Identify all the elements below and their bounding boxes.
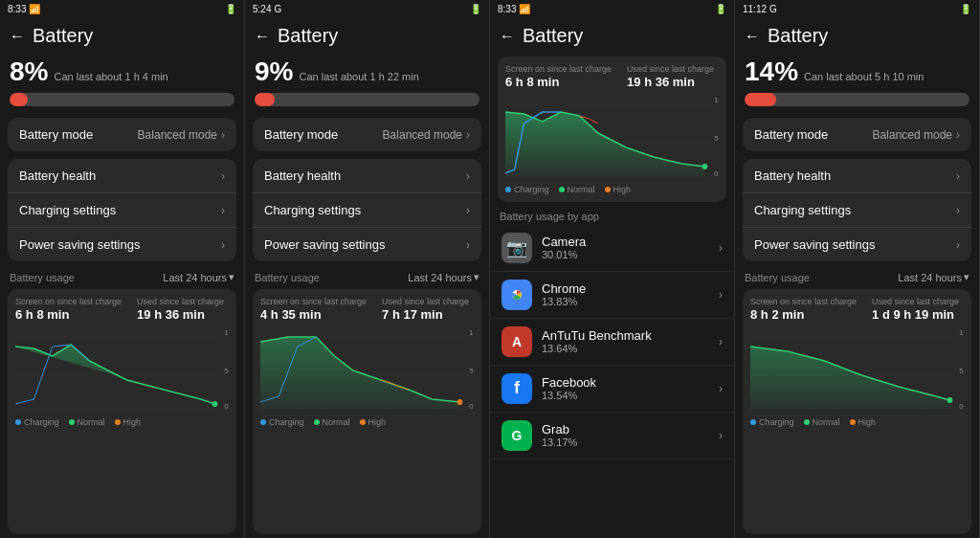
camera-pct: 30.01% [542, 249, 709, 260]
page-title-2: Battery [278, 25, 338, 47]
battery-percent-section-1: 8% Can last about 1 h 4 min [0, 53, 244, 114]
chart-stat-screen-4: Screen on since last charge 8 h 2 min [750, 297, 857, 322]
battery-bar-fill-1 [10, 93, 28, 106]
legend-dot-high-1 [115, 419, 121, 425]
usage-filter-2[interactable]: Last 24 hours ▾ [408, 271, 479, 283]
chart-card-3: Screen on since last charge 6 h 8 min Us… [498, 56, 726, 202]
chart-stats-2: Screen on since last charge 4 h 35 min U… [260, 297, 474, 322]
back-button-4[interactable]: ← [745, 28, 760, 45]
battery-percent-section-4: 14% Can last about 5 h 10 min [735, 53, 979, 114]
chart-area-4: 100% 50% 0% [750, 327, 964, 414]
screen-label-1: Screen on since last charge [15, 297, 122, 307]
chart-legend-2: Charging Normal High [260, 417, 474, 427]
time-2: 5:24 [253, 4, 271, 14]
battery-mode-row-1[interactable]: Battery mode Balanced mode › [8, 118, 236, 151]
chart-stats-3: Screen on since last charge 6 h 8 min Us… [505, 64, 719, 89]
battery-percentage-1: 8% [10, 56, 48, 87]
battery-mode-row-2[interactable]: Battery mode Balanced mode › [253, 118, 481, 151]
list-item[interactable]: Chrome 13.83% › [490, 272, 734, 319]
battery-mode-row-4[interactable]: Battery mode Balanced mode › [743, 118, 971, 151]
svg-text:0%: 0% [714, 169, 719, 178]
menu-row-saving-2[interactable]: Power saving settings › [253, 228, 481, 261]
page-title-4: Battery [768, 25, 828, 47]
menu-row-health-4[interactable]: Battery health › [743, 159, 971, 193]
battery-percent-section-2: 9% Can last about 1 h 22 min [245, 53, 489, 114]
grab-icon: G [501, 420, 532, 451]
legend-high-text-3: High [613, 185, 632, 194]
battery-mode-value-2: Balanced mode › [383, 128, 470, 142]
signal-2: G [274, 4, 281, 14]
battery-mode-label-1: Battery mode [19, 127, 93, 142]
usage-label-1: Battery usage [10, 272, 75, 283]
list-item[interactable]: 📷 Camera 30.01% › [490, 225, 734, 272]
menu-row-health-2[interactable]: Battery health › [253, 159, 481, 193]
status-left-4: 11:12 G [743, 4, 777, 14]
list-item[interactable]: G Grab 13.17% › [490, 413, 734, 460]
usage-filter-4[interactable]: Last 24 hours ▾ [898, 271, 969, 283]
menu-row-saving-4[interactable]: Power saving settings › [743, 228, 971, 261]
back-button-2[interactable]: ← [255, 28, 270, 45]
phone-panel-3: 8:33 📶 🔋 ← Battery Screen on since last … [490, 0, 735, 538]
battery-percent-row-1: 8% Can last about 1 h 4 min [10, 56, 234, 87]
battery-icon-3: 🔋 [715, 4, 726, 14]
battery-bar-bg-1 [10, 93, 234, 106]
svg-text:50%: 50% [469, 367, 474, 375]
menu-row-charging-2[interactable]: Charging settings › [253, 193, 481, 228]
svg-point-6 [212, 401, 218, 407]
usage-label-2: Battery usage [255, 272, 320, 283]
chart-area-3: 100% 50% 0% [505, 95, 719, 181]
screen-label-2: Screen on since last charge [260, 297, 367, 307]
app-list: 📷 Camera 30.01% › Chrome 13.83% › A AnTu… [490, 225, 734, 538]
used-value-1: 19 h 36 min [137, 307, 224, 322]
legend-charging-text-1: Charging [24, 417, 59, 427]
chevron-antutu: › [719, 335, 723, 348]
status-right-2: 🔋 [470, 4, 481, 14]
page-header-3: ← Battery [490, 17, 734, 53]
battery-percentage-2: 9% [255, 56, 293, 87]
chart-svg-2: 100% 50% 0% [260, 327, 474, 414]
battery-mode-card-1: Battery mode Balanced mode › [8, 118, 236, 151]
section-header-4: Battery usage Last 24 hours ▾ [735, 265, 979, 285]
svg-text:100%: 100% [224, 328, 229, 337]
legend-dot-high-2 [360, 419, 366, 425]
menu-card-2: Battery health › Charging settings › Pow… [253, 159, 481, 261]
usage-label-4: Battery usage [745, 272, 810, 283]
chevron-saving-4: › [956, 238, 960, 252]
list-item[interactable]: f Facebook 13.54% › [490, 366, 734, 413]
menu-row-health-1[interactable]: Battery health › [8, 159, 236, 193]
camera-info: Camera 30.01% [542, 235, 709, 260]
legend-normal-text-3: Normal [568, 185, 595, 194]
legend-dot-high-4 [850, 419, 856, 425]
back-button-3[interactable]: ← [500, 28, 515, 45]
menu-row-charging-4[interactable]: Charging settings › [743, 193, 971, 228]
svg-marker-30 [750, 347, 949, 409]
svg-text:100%: 100% [959, 328, 964, 337]
chrome-icon [501, 280, 532, 310]
chart-legend-1: Charging Normal High [15, 417, 229, 427]
page-title-3: Battery [523, 25, 583, 47]
chevron-saving-1: › [221, 238, 225, 252]
legend-high-text-4: High [858, 417, 877, 427]
section-header-2: Battery usage Last 24 hours ▾ [245, 265, 489, 285]
chart-stat-used-1: Used since last charge 19 h 36 min [137, 297, 224, 322]
power-saving-label-1: Power saving settings [19, 237, 140, 252]
antutu-info: AnTuTu Benchmark 13.64% [542, 328, 709, 354]
battery-mode-value-4: Balanced mode › [873, 128, 960, 142]
antutu-icon: A [501, 326, 532, 357]
legend-high-3: High [605, 185, 632, 194]
legend-dot-normal-4 [804, 419, 810, 425]
legend-normal-4: Normal [804, 417, 840, 427]
chart-stat-screen-3: Screen on since last charge 6 h 8 min [505, 64, 612, 89]
usage-filter-1[interactable]: Last 24 hours ▾ [163, 271, 234, 283]
status-bar-4: 11:12 G 🔋 [735, 0, 979, 17]
chevron-charging-2: › [466, 204, 470, 217]
back-button-1[interactable]: ← [10, 28, 25, 45]
page-header-4: ← Battery [735, 17, 979, 53]
battery-bar-bg-2 [255, 93, 479, 106]
menu-card-1: Battery health › Charging settings › Pow… [8, 159, 236, 261]
battery-health-label-1: Battery health [19, 168, 96, 183]
list-item[interactable]: A AnTuTu Benchmark 13.64% › [490, 319, 734, 366]
menu-row-saving-1[interactable]: Power saving settings › [8, 228, 236, 261]
menu-row-charging-1[interactable]: Charging settings › [8, 193, 236, 228]
dropdown-icon-4: ▾ [964, 271, 969, 283]
